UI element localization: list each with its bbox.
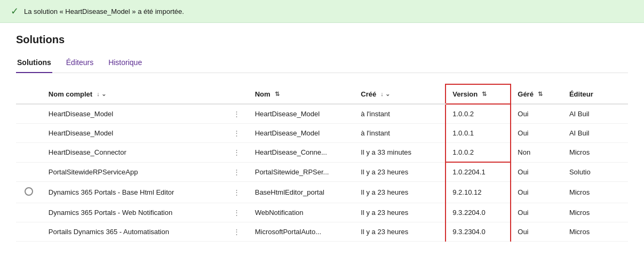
success-banner: ✓ La solution « HeartDisease_Model » a é… [0, 0, 644, 23]
cell-dots[interactable]: ⋮ [225, 162, 249, 182]
tabs-nav: Solutions Éditeurs Historique [16, 53, 628, 73]
cell-nom-complet[interactable]: PortalSitewideRPServiceApp [42, 162, 225, 182]
cell-nom: BaseHtmlEditor_portal [249, 182, 355, 203]
cell-nom: HeartDisease_Model [249, 124, 355, 143]
cell-version: 1.0.0.2 [446, 104, 511, 124]
cell-version: 1.0.0.1 [446, 124, 511, 143]
cell-radio [16, 203, 42, 222]
cell-editeur: AI Buil [563, 104, 628, 124]
cell-radio[interactable] [16, 182, 42, 203]
cell-gere: Oui [511, 162, 563, 182]
solutions-table: Nom complet ↓ ⌄ Nom ⇅ Créé [16, 84, 628, 242]
cell-cree: à l'instant [354, 124, 446, 143]
cell-editeur: Micros [563, 222, 628, 242]
cell-dots[interactable]: ⋮ [225, 104, 249, 124]
cell-dots[interactable]: ⋮ [225, 143, 249, 163]
cell-dots[interactable]: ⋮ [225, 203, 249, 222]
table-row: PortalSitewideRPServiceApp ⋮ PortalSitew… [16, 162, 628, 182]
cell-gere: Oui [511, 222, 563, 242]
cell-cree: à l'instant [354, 104, 446, 124]
cell-version: 1.0.2204.1 [446, 162, 511, 182]
sort-nom-complet-icon: ↓ ⌄ [97, 91, 106, 98]
cell-nom: HeartDisease_Conne... [249, 143, 355, 163]
cell-dots[interactable]: ⋮ [225, 182, 249, 203]
sort-version-icon: ⇅ [482, 91, 487, 98]
cell-editeur: Solutio [563, 162, 628, 182]
cell-nom-complet[interactable]: Dynamics 365 Portals - Web Notification [42, 203, 225, 222]
table-row: Dynamics 365 Portals - Web Notification … [16, 203, 628, 222]
sort-gere-icon: ⇅ [538, 91, 543, 98]
page-title: Solutions [16, 34, 628, 46]
cell-cree: Il y a 23 heures [354, 203, 446, 222]
cell-version: 1.0.0.2 [446, 143, 511, 163]
table-row: HeartDisease_Model ⋮ HeartDisease_Model … [16, 124, 628, 143]
cell-gere: Non [511, 143, 563, 163]
cell-gere: Oui [511, 124, 563, 143]
radio-button[interactable] [25, 187, 33, 196]
table-row: HeartDisease_Connector ⋮ HeartDisease_Co… [16, 143, 628, 163]
cell-editeur: Micros [563, 203, 628, 222]
tab-historique[interactable]: Historique [107, 54, 143, 73]
cell-gere: Oui [511, 104, 563, 124]
cell-nom: WebNotification [249, 203, 355, 222]
th-gere[interactable]: Géré ⇅ [511, 84, 563, 104]
th-cree[interactable]: Créé ↓ ⌄ [354, 84, 446, 104]
cell-cree: Il y a 33 minutes [354, 143, 446, 163]
th-dots [225, 84, 249, 104]
cell-nom-complet[interactable]: Portails Dynamics 365 - Automatisation [42, 222, 225, 242]
cell-cree: Il y a 23 heures [354, 182, 446, 203]
th-editeur: Éditeur [563, 84, 628, 104]
cell-nom-complet[interactable]: Dynamics 365 Portals - Base Html Editor [42, 182, 225, 203]
cell-version: 9.2.10.12 [446, 182, 511, 203]
th-nom-complet[interactable]: Nom complet ↓ ⌄ [42, 84, 225, 104]
cell-nom: MicrosoftPortalAuto... [249, 222, 355, 242]
table-row: Dynamics 365 Portals - Base Html Editor … [16, 182, 628, 203]
cell-gere: Oui [511, 203, 563, 222]
cell-nom-complet[interactable]: HeartDisease_Model [42, 104, 225, 124]
cell-cree: Il y a 23 heures [354, 222, 446, 242]
tab-solutions[interactable]: Solutions [16, 54, 52, 73]
cell-radio [16, 162, 42, 182]
sort-cree-icon: ↓ ⌄ [380, 91, 390, 98]
cell-editeur: Micros [563, 182, 628, 203]
cell-editeur: Micros [563, 143, 628, 163]
cell-radio [16, 124, 42, 143]
cell-cree: Il y a 23 heures [354, 162, 446, 182]
cell-gere: Oui [511, 182, 563, 203]
success-icon: ✓ [11, 5, 19, 17]
cell-dots[interactable]: ⋮ [225, 222, 249, 242]
page-container: Solutions Solutions Éditeurs Historique … [0, 23, 644, 252]
table-container: Nom complet ↓ ⌄ Nom ⇅ Créé [16, 84, 628, 242]
sort-nom-icon: ⇅ [275, 91, 280, 98]
cell-nom-complet[interactable]: HeartDisease_Model [42, 124, 225, 143]
cell-version: 9.3.2304.0 [446, 222, 511, 242]
cell-radio [16, 143, 42, 163]
table-row: HeartDisease_Model ⋮ HeartDisease_Model … [16, 104, 628, 124]
th-radio [16, 84, 42, 104]
table-row: Portails Dynamics 365 - Automatisation ⋮… [16, 222, 628, 242]
success-text: La solution « HeartDisease_Model » a été… [24, 7, 184, 15]
cell-nom-complet[interactable]: HeartDisease_Connector [42, 143, 225, 163]
cell-radio [16, 222, 42, 242]
tab-editeurs[interactable]: Éditeurs [65, 54, 94, 73]
cell-dots[interactable]: ⋮ [225, 124, 249, 143]
cell-version: 9.3.2204.0 [446, 203, 511, 222]
th-version[interactable]: Version ⇅ [446, 84, 511, 104]
cell-nom: PortalSitewide_RPSer... [249, 162, 355, 182]
cell-radio [16, 104, 42, 124]
th-nom[interactable]: Nom ⇅ [249, 84, 355, 104]
cell-nom: HeartDisease_Model [249, 104, 355, 124]
cell-editeur: AI Buil [563, 124, 628, 143]
